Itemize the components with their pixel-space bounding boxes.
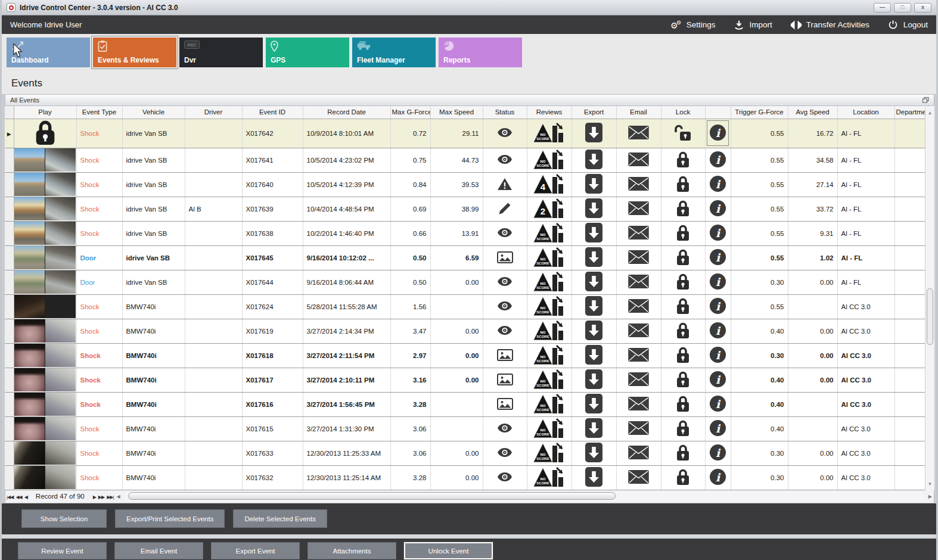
- row-indicator[interactable]: [5, 197, 14, 221]
- scroll-down-icon[interactable]: ▼: [925, 480, 934, 489]
- review-score-icon[interactable]: NOSCORE: [533, 441, 566, 464]
- review-score-icon[interactable]: 2: [533, 197, 566, 220]
- lock-cell[interactable]: [661, 416, 705, 441]
- lock-cell[interactable]: [661, 245, 705, 270]
- reviews-cell[interactable]: NOSCORE: [527, 294, 572, 319]
- export-cell[interactable]: [572, 294, 616, 319]
- nav-tile-events-reviews[interactable]: Events & Reviews: [93, 38, 176, 67]
- info-icon[interactable]: i: [709, 224, 726, 241]
- email-icon[interactable]: [628, 126, 649, 139]
- info-icon[interactable]: i: [709, 151, 726, 168]
- info-cell[interactable]: i: [705, 270, 731, 294]
- hscroll-left-icon[interactable]: ◀: [115, 494, 122, 499]
- column-header-record-date[interactable]: Record Date: [303, 106, 390, 119]
- play-cell[interactable]: [14, 368, 76, 392]
- event-row-X017633[interactable]: ShockBMW740iX01763312/30/2013 11:25:33 A…: [5, 441, 928, 465]
- reviews-cell[interactable]: 2: [527, 197, 572, 221]
- export-cell[interactable]: [572, 197, 616, 221]
- info-icon[interactable]: i: [709, 124, 726, 141]
- play-cell[interactable]: [14, 441, 76, 465]
- email-icon[interactable]: [628, 397, 649, 410]
- event-thumbnail[interactable]: [14, 222, 76, 245]
- event-row-X017644[interactable]: Dooridrive Van SBX0176449/16/2014 8:06:4…: [5, 270, 928, 294]
- lock-cell[interactable]: [661, 119, 705, 148]
- lock-cell[interactable]: [661, 465, 705, 490]
- event-row-X017619[interactable]: ShockBMW740iX0176193/27/2014 2:14:34 PM3…: [5, 319, 928, 343]
- email-icon[interactable]: [628, 421, 649, 435]
- info-cell[interactable]: i: [705, 465, 731, 490]
- pager-right-0-button[interactable]: ▶: [92, 494, 97, 500]
- scroll-up-icon[interactable]: ▲: [925, 108, 934, 117]
- info-cell[interactable]: i: [705, 441, 731, 465]
- email-icon[interactable]: [628, 372, 649, 386]
- email-icon[interactable]: [628, 177, 649, 191]
- event-thumbnail[interactable]: [14, 344, 76, 367]
- play-cell[interactable]: [14, 465, 76, 490]
- play-cell[interactable]: [14, 197, 76, 221]
- topbar-action-import[interactable]: Import: [733, 19, 772, 31]
- nav-tile-reports[interactable]: Reports: [439, 38, 522, 67]
- minimize-button[interactable]: —: [874, 3, 891, 13]
- export-icon[interactable]: [585, 418, 602, 438]
- export-icon[interactable]: [585, 150, 602, 169]
- info-icon[interactable]: i: [709, 273, 726, 290]
- unlock-event-button[interactable]: Unlock Event: [404, 542, 493, 559]
- export-icon[interactable]: [585, 123, 602, 142]
- info-icon[interactable]: i: [709, 175, 726, 192]
- panel-restore-icon[interactable]: [923, 97, 929, 103]
- pager-left-0-button[interactable]: |◀◀: [5, 494, 14, 500]
- reviews-cell[interactable]: NOSCORE: [527, 148, 572, 172]
- review-score-icon[interactable]: NOSCORE: [533, 319, 566, 342]
- row-indicator[interactable]: [5, 148, 14, 172]
- close-button[interactable]: x: [914, 3, 931, 13]
- review-score-icon[interactable]: NOSCORE: [533, 270, 566, 293]
- export-icon[interactable]: [585, 345, 602, 365]
- review-score-icon[interactable]: NOSCORE: [533, 148, 566, 171]
- export-icon[interactable]: [585, 369, 602, 389]
- export-icon[interactable]: [585, 296, 602, 316]
- column-header-status[interactable]: Status: [483, 106, 527, 119]
- event-row-X017617[interactable]: ShockBMW740iX0176173/27/2014 2:10:11 PM3…: [5, 368, 928, 392]
- lock-closed-icon[interactable]: [676, 200, 690, 217]
- info-icon[interactable]: i: [709, 200, 726, 217]
- pager-left-1-button[interactable]: ◀◀: [14, 494, 23, 500]
- event-row-X017624[interactable]: ShockBMW740iX0176245/28/2014 11:55:28 AM…: [5, 294, 928, 319]
- email-cell[interactable]: [616, 245, 661, 270]
- column-header-play[interactable]: Play: [14, 106, 76, 119]
- event-thumbnail[interactable]: [14, 441, 76, 465]
- email-cell[interactable]: [616, 319, 661, 343]
- topbar-action-logout[interactable]: Logout: [887, 19, 928, 31]
- review-score-icon[interactable]: NOSCORE: [533, 417, 566, 440]
- export-icon[interactable]: [585, 198, 602, 218]
- column-header-max-speed[interactable]: Max Speed: [430, 106, 483, 119]
- reviews-cell[interactable]: 4: [527, 172, 572, 197]
- column-header-lock[interactable]: Lock: [661, 106, 705, 119]
- review-score-icon[interactable]: NOSCORE: [533, 344, 566, 366]
- column-header-max-g-force[interactable]: Max G-Force: [390, 106, 430, 119]
- event-thumbnail[interactable]: [14, 246, 76, 269]
- lock-cell[interactable]: [661, 197, 705, 221]
- reviews-cell[interactable]: NOSCORE: [527, 465, 572, 490]
- email-icon[interactable]: [628, 250, 649, 264]
- lock-closed-icon[interactable]: [676, 175, 690, 193]
- column-header-department[interactable]: Department: [894, 106, 928, 119]
- event-row-X017615[interactable]: ShockBMW740iX0176153/27/2014 1:31:30 PM3…: [5, 416, 928, 441]
- info-cell[interactable]: i: [705, 119, 731, 148]
- email-icon[interactable]: [628, 470, 649, 484]
- attachments-button[interactable]: Attachments: [308, 542, 396, 559]
- event-row-X017638[interactable]: Shockidrive Van SBX01763810/2/2014 1:46:…: [5, 221, 928, 245]
- row-indicator[interactable]: [5, 319, 14, 343]
- export-event-button[interactable]: Export Event: [211, 542, 300, 559]
- email-cell[interactable]: [616, 172, 661, 197]
- reviews-cell[interactable]: NOSCORE: [527, 245, 572, 270]
- info-cell[interactable]: i: [705, 221, 731, 245]
- email-cell[interactable]: [616, 441, 661, 465]
- export-icon[interactable]: [585, 394, 602, 413]
- event-thumbnail[interactable]: [14, 417, 76, 440]
- export-cell[interactable]: [572, 441, 616, 465]
- reviews-cell[interactable]: NOSCORE: [527, 270, 572, 294]
- email-icon[interactable]: [628, 348, 649, 362]
- info-icon[interactable]: i: [709, 322, 726, 339]
- lock-cell[interactable]: [661, 221, 705, 245]
- info-cell[interactable]: i: [705, 368, 731, 392]
